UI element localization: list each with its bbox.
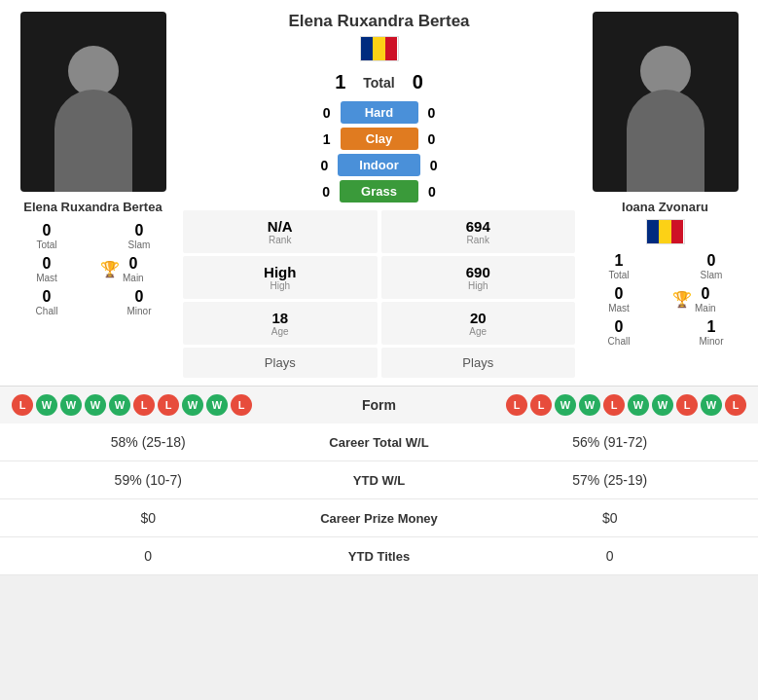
left-form-badges: L W W W W L L W W L xyxy=(12,394,252,416)
right-form-l3: L xyxy=(603,394,625,416)
right-player-stats: 1 Total 0 Slam 0 Mast 🏆 0 Main xyxy=(580,252,750,347)
left-form-w6: W xyxy=(206,394,228,416)
left-high-box: High High xyxy=(183,256,378,299)
total-right: 0 xyxy=(413,71,423,93)
hard-left: 0 xyxy=(313,105,331,121)
grass-row: 0 Grass 0 xyxy=(183,180,575,203)
career-wl-row: 58% (25-18) Career Total W/L 56% (91-72) xyxy=(0,424,758,461)
right-form-badges: L L W W L W W L W L xyxy=(506,394,746,416)
right-avatar-body xyxy=(627,90,704,192)
left-avatar-body xyxy=(54,90,132,192)
right-flag-container xyxy=(646,219,685,244)
left-form-l2: L xyxy=(133,394,155,416)
right-form-l5: L xyxy=(725,394,746,416)
right-chall-stat: 0 Chall xyxy=(580,318,658,347)
left-main-stat: 0 Main xyxy=(123,255,144,283)
total-label: Total xyxy=(363,75,394,91)
right-prize: $0 xyxy=(477,510,744,526)
left-player-stats: 0 Total 0 Slam 0 Mast 🏆 0 xyxy=(8,222,178,316)
grass-button[interactable]: Grass xyxy=(340,180,418,203)
left-player-card: Elena Ruxandra Bertea 0 Total 0 Slam 0 M… xyxy=(8,12,178,378)
ytd-titles-label: YTD Titles xyxy=(282,549,477,564)
right-player-avatar xyxy=(593,12,739,192)
right-form-l4: L xyxy=(676,394,698,416)
left-main-row: 🏆 0 Main xyxy=(100,255,178,283)
center-left-name: Elena Ruxandra Bertea xyxy=(288,12,469,31)
left-ytd-titles: 0 xyxy=(15,548,282,564)
right-details-col: 694 Rank 690 High 20 Age Plays xyxy=(381,210,576,378)
right-player-card: Ioana Zvonaru 1 Total 0 Slam xyxy=(580,12,750,378)
center-section: Elena Ruxandra Bertea 1 Total 0 0 Hard xyxy=(178,12,580,378)
right-form-w4: W xyxy=(652,394,673,416)
left-total-stat: 0 Total xyxy=(8,222,86,250)
clay-row: 1 Clay 0 xyxy=(183,128,575,150)
right-career-wl: 56% (91-72) xyxy=(477,434,744,450)
left-form-l1: L xyxy=(12,394,33,416)
left-flag-container xyxy=(360,36,399,61)
indoor-button[interactable]: Indoor xyxy=(338,154,419,176)
right-flag xyxy=(646,219,685,244)
left-ytd-wl: 59% (10-7) xyxy=(15,472,282,488)
left-form-w3: W xyxy=(85,394,106,416)
right-minor-stat: 1 Minor xyxy=(672,318,750,347)
left-career-wl: 58% (25-18) xyxy=(15,434,282,450)
right-ytd-titles: 0 xyxy=(477,548,744,564)
right-main-row: 🏆 0 Main xyxy=(672,285,750,313)
stats-table: 58% (25-18) Career Total W/L 56% (91-72)… xyxy=(0,424,758,575)
flag-yellow xyxy=(373,37,385,60)
grass-right: 0 xyxy=(428,184,446,200)
ytd-titles-row: 0 YTD Titles 0 xyxy=(0,537,758,575)
indoor-row: 0 Indoor 0 xyxy=(183,154,575,176)
right-trophy-icon: 🏆 xyxy=(672,290,692,309)
left-form-w1: W xyxy=(36,394,57,416)
grass-left: 0 xyxy=(312,184,330,200)
left-form-w4: W xyxy=(109,394,130,416)
prize-money-row: $0 Career Prize Money $0 xyxy=(0,499,758,537)
left-mast-row: 0 Mast xyxy=(8,255,86,283)
clay-button[interactable]: Clay xyxy=(341,128,418,150)
left-minor-stat: 0 Minor xyxy=(100,288,178,316)
left-form-w5: W xyxy=(182,394,203,416)
clay-right: 0 xyxy=(428,131,446,147)
left-form-w2: W xyxy=(60,394,82,416)
flag-blue xyxy=(361,37,374,60)
clay-left: 1 xyxy=(313,131,331,147)
right-player-name: Ioana Zvonaru xyxy=(622,200,708,214)
right-rank-box: 694 Rank xyxy=(381,210,576,253)
right-age-box: 20 Age xyxy=(381,302,576,345)
right-form-l1: L xyxy=(506,394,527,416)
form-label: Form xyxy=(362,397,396,413)
right-form-w5: W xyxy=(701,394,722,416)
main-container: Elena Ruxandra Bertea 0 Total 0 Slam 0 M… xyxy=(0,0,758,575)
ytd-wl-row: 59% (10-7) YTD W/L 57% (25-19) xyxy=(0,461,758,499)
left-plays-box: Plays xyxy=(183,348,378,378)
prize-money-label: Career Prize Money xyxy=(282,511,477,526)
left-chall-stat: 0 Chall xyxy=(8,288,86,316)
total-left: 1 xyxy=(335,71,345,93)
right-main-stat: 0 Main xyxy=(695,285,716,313)
right-total-stat: 1 Total xyxy=(580,252,658,280)
left-trophy-icon: 🏆 xyxy=(100,260,120,278)
left-slam-stat: 0 Slam xyxy=(100,222,178,250)
right-form-w3: W xyxy=(628,394,649,416)
left-form-l3: L xyxy=(158,394,179,416)
left-form-l4: L xyxy=(231,394,252,416)
details-columns: N/A Rank High High 18 Age Plays xyxy=(183,210,575,378)
indoor-right: 0 xyxy=(430,158,448,173)
hard-right: 0 xyxy=(428,105,446,121)
left-age-box: 18 Age xyxy=(183,302,378,345)
left-flag xyxy=(360,36,399,61)
left-player-name: Elena Ruxandra Bertea xyxy=(23,200,162,214)
hard-row: 0 Hard 0 xyxy=(183,101,575,124)
left-rank-box: N/A Rank xyxy=(183,210,378,253)
right-form-l2: L xyxy=(530,394,552,416)
left-mast-stat: 0 Mast xyxy=(36,255,57,283)
right-mast-stat: 0 Mast xyxy=(580,285,658,313)
hard-button[interactable]: Hard xyxy=(341,101,418,124)
career-wl-label: Career Total W/L xyxy=(282,435,477,450)
right-form-w2: W xyxy=(579,394,600,416)
right-form-w1: W xyxy=(555,394,576,416)
right-plays-box: Plays xyxy=(381,348,576,378)
right-slam-stat: 0 Slam xyxy=(672,252,750,280)
left-details-col: N/A Rank High High 18 Age Plays xyxy=(183,210,378,378)
